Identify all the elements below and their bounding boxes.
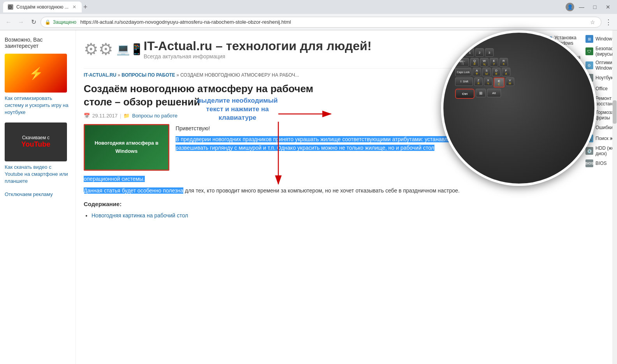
sidebar-title: Возможно, Вас заинтересует bbox=[5, 37, 71, 49]
scrollbar[interactable] bbox=[612, 30, 617, 364]
keyboard-keys: @ 1 2 3 Tab|←→| QЙ WЦ bbox=[455, 48, 583, 100]
key-a: AФ bbox=[473, 68, 481, 76]
keyboard-circle: @ 1 2 3 Tab|←→| QЙ WЦ bbox=[441, 30, 597, 186]
sidebar-card-3: Отключаем рекламу bbox=[5, 191, 71, 198]
address-bar[interactable]: 🔒 Защищено https://it-actual.ru/sozdayom… bbox=[40, 17, 601, 28]
site-subtitle: Всегда актуальная информация bbox=[144, 53, 371, 60]
folder-icon: 📁 bbox=[123, 113, 130, 119]
key-s: SЫ bbox=[482, 68, 491, 76]
forward-button[interactable]: → bbox=[16, 17, 26, 28]
breadcrumb-category[interactable]: ВОПРОСЫ ПО РАБОТЕ bbox=[121, 72, 175, 78]
key-alt: Alt bbox=[487, 89, 501, 97]
gear-icons: ⚙⚙ bbox=[84, 40, 113, 59]
tab-title: Создаём новогоднюю ... bbox=[16, 4, 69, 10]
keyboard-row-4: ⇧ Shift ZЯ XЧ CС VМ bbox=[455, 77, 583, 88]
sidebar-link-2[interactable]: Как скачать видео с Youtube на смартфоне… bbox=[5, 164, 71, 185]
key-x: XЧ bbox=[484, 77, 492, 86]
article-category[interactable]: Вопросы по работе bbox=[132, 113, 178, 119]
calendar-icon: 📅 bbox=[84, 113, 90, 119]
key-q: QЙ bbox=[470, 58, 479, 66]
close-button[interactable]: ✕ bbox=[602, 3, 614, 11]
sidebar-card-2: Скачиваем сYouTube Как скачать видео с Y… bbox=[5, 122, 71, 185]
highlighted-text-2: операционной системы. bbox=[84, 176, 145, 182]
keyboard-row-5: Ctrl ⊞ Alt bbox=[455, 89, 583, 99]
contents-item-1: Новогодняя картинка на рабочий стол bbox=[91, 211, 533, 220]
contents-list: Новогодняя картинка на рабочий стол bbox=[84, 211, 533, 220]
back-button[interactable]: ← bbox=[3, 17, 14, 28]
key-z: ZЯ bbox=[474, 77, 483, 86]
sidebar-image-1: ⚡ bbox=[5, 54, 67, 93]
left-sidebar: Возможно, Вас заинтересует ⚡ Как оптимиз… bbox=[0, 30, 76, 364]
key-3: 3 bbox=[485, 48, 494, 57]
bookmark-button[interactable]: ☆ bbox=[588, 18, 597, 27]
site-title-block: IT-Actual.ru – технологии для людей! Все… bbox=[144, 39, 371, 60]
key-f: FА bbox=[502, 68, 510, 76]
keyboard-overlay: @ 1 2 3 Tab|←→| QЙ WЦ bbox=[441, 30, 612, 186]
reload-button[interactable]: ↻ bbox=[28, 17, 39, 28]
url-text: https://it-actual.ru/sozdayom-novogodnyu… bbox=[80, 19, 585, 25]
key-1: 1 bbox=[466, 48, 474, 57]
minimize-button[interactable]: — bbox=[576, 3, 587, 11]
key-d: DВ bbox=[492, 68, 501, 76]
key-r: RК bbox=[499, 58, 508, 66]
key-ctrl-highlighted: Ctrl bbox=[455, 89, 475, 99]
key-backtick: @ bbox=[455, 48, 464, 57]
key-win: ⊞ bbox=[476, 89, 486, 97]
site-title: IT-Actual.ru – технологии для людей! bbox=[144, 39, 371, 53]
new-tab-button[interactable]: + bbox=[83, 3, 88, 11]
breadcrumb-home[interactable]: IT-ACTUAL.RU bbox=[84, 72, 116, 78]
highlighted-text-3: Данная статья будет особенно полезна bbox=[84, 187, 183, 194]
site-logo: ⚙⚙ 💻📱 bbox=[84, 37, 144, 62]
key-c-highlighted: CС bbox=[494, 77, 504, 88]
key-v: VМ bbox=[506, 77, 514, 86]
keyboard-row-3: Caps Lock AФ SЫ DВ FА bbox=[455, 68, 583, 76]
contents-title: Содержание: bbox=[84, 200, 533, 209]
article-image: Новогодняя атмосфера в Windows bbox=[84, 124, 169, 171]
tab-close-button[interactable]: ✕ bbox=[72, 4, 77, 10]
tab-favicon: ⚙ bbox=[8, 4, 13, 10]
maximize-button[interactable]: □ bbox=[589, 3, 601, 11]
breadcrumb-current: СОЗДАЕМ НОВОГОДНЮЮ АТМОСФЕРУ НА РАБОЧ... bbox=[180, 72, 299, 78]
contents-link-1[interactable]: Новогодняя картинка на рабочий стол bbox=[91, 212, 188, 219]
window-controls: 👤 — □ ✕ bbox=[566, 3, 614, 11]
key-e: EУ bbox=[490, 58, 498, 66]
key-tab: Tab|←→| bbox=[455, 58, 469, 66]
annotation-text: выделите необходимый текст и нажмите на … bbox=[193, 96, 282, 122]
scrollbar-thumb[interactable] bbox=[613, 100, 617, 124]
key-capslock: Caps Lock bbox=[455, 68, 471, 76]
device-icons: 💻📱 bbox=[116, 43, 144, 56]
sidebar-link-3[interactable]: Отключаем рекламу bbox=[5, 191, 71, 198]
lock-icon: 🔒 bbox=[45, 19, 51, 25]
youtube-graphic: Скачиваем сYouTube bbox=[5, 122, 67, 161]
keyboard-row-2: Tab|←→| QЙ WЦ EУ RК bbox=[455, 58, 583, 66]
sidebar-link-1[interactable]: Как оптимизировать систему и ускорить иг… bbox=[5, 95, 71, 116]
active-tab[interactable]: ⚙ Создаём новогоднюю ... ✕ bbox=[3, 2, 82, 12]
key-shift: ⇧ Shift bbox=[455, 77, 473, 86]
browser-menu-button[interactable]: ⋮ bbox=[603, 17, 614, 28]
key-2: 2 bbox=[475, 48, 484, 57]
sidebar-card-1: ⚡ Как оптимизировать систему и ускорить … bbox=[5, 54, 71, 116]
protected-label: Защищено bbox=[53, 19, 76, 25]
article-date: 29.11.2017 bbox=[92, 113, 118, 119]
speedometer-graphic: ⚡ bbox=[5, 54, 67, 93]
profile-icon[interactable]: 👤 bbox=[566, 3, 574, 11]
sidebar-image-2: Скачиваем сYouTube bbox=[5, 122, 67, 161]
key-w: WЦ bbox=[480, 58, 489, 66]
